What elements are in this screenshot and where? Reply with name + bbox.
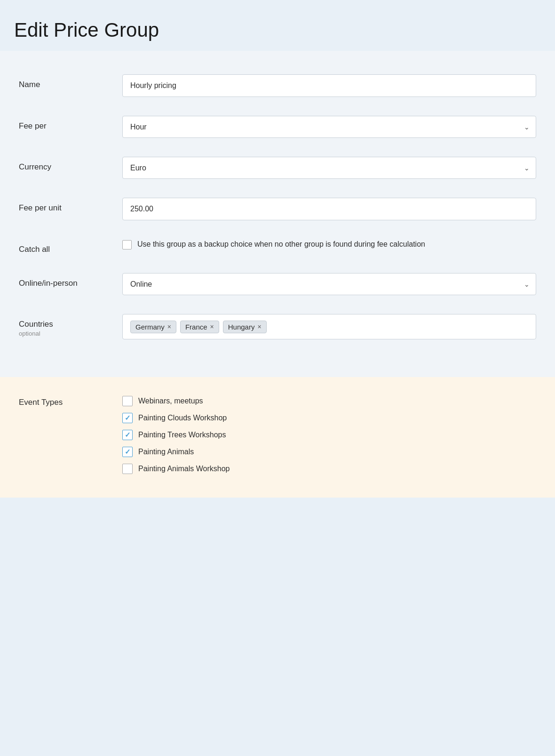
fee-per-select[interactable]: Hour Day Week Month — [122, 116, 536, 138]
event-types-label: Event Types — [19, 396, 122, 407]
event-type-label-painting-trees: Painting Trees Workshops — [138, 431, 226, 439]
online-in-person-row: Online/in-person Online In-person Both ⌄ — [19, 264, 536, 305]
event-type-item-webinars: Webinars, meetups — [122, 396, 536, 406]
name-label: Name — [19, 74, 122, 89]
country-tag-hungary: Hungary × — [223, 321, 267, 333]
event-type-label-webinars: Webinars, meetups — [138, 397, 203, 405]
event-type-label-painting-animals-workshop: Painting Animals Workshop — [138, 465, 230, 473]
event-type-checkbox-painting-animals[interactable] — [122, 447, 133, 457]
currency-select[interactable]: Euro USD GBP CHF — [122, 157, 536, 179]
catch-all-checkbox[interactable] — [122, 240, 132, 249]
country-tag-germany-remove[interactable]: × — [167, 323, 171, 330]
event-type-label-painting-clouds: Painting Clouds Workshop — [138, 414, 227, 422]
catch-all-row: Catch all Use this group as a backup cho… — [19, 230, 536, 264]
event-types-section: Event Types Webinars, meetups Painting C… — [0, 377, 555, 498]
catch-all-checkbox-wrapper[interactable]: Use this group as a backup choice when n… — [122, 239, 425, 249]
catch-all-label: Catch all — [19, 239, 122, 254]
event-type-checkbox-painting-trees[interactable] — [122, 430, 133, 440]
section-divider — [19, 349, 536, 363]
catch-all-checkbox-row: Use this group as a backup choice when n… — [122, 239, 536, 249]
event-types-list: Webinars, meetups Painting Clouds Worksh… — [122, 396, 536, 474]
country-tag-france: France × — [180, 321, 219, 333]
country-tag-hungary-remove[interactable]: × — [257, 323, 261, 330]
fee-per-label: Fee per — [19, 116, 122, 131]
event-type-label-painting-animals: Painting Animals — [138, 448, 194, 456]
currency-select-wrapper: Euro USD GBP CHF ⌄ — [122, 157, 536, 179]
country-tag-germany: Germany × — [130, 321, 176, 333]
form-container: Name Fee per Hour Day Week Month ⌄ Curre… — [0, 51, 555, 377]
fee-per-row: Fee per Hour Day Week Month ⌄ — [19, 106, 536, 147]
online-in-person-select-wrapper: Online In-person Both ⌄ — [122, 273, 536, 295]
name-row: Name — [19, 65, 536, 106]
fee-per-select-wrapper: Hour Day Week Month ⌄ — [122, 116, 536, 138]
country-tag-france-label: France — [185, 323, 207, 331]
countries-label: Countries optional — [19, 314, 122, 337]
country-tag-hungary-label: Hungary — [228, 323, 255, 331]
catch-all-control: Use this group as a backup choice when n… — [122, 239, 536, 249]
online-in-person-label: Online/in-person — [19, 273, 122, 288]
event-type-item-painting-trees: Painting Trees Workshops — [122, 430, 536, 440]
event-types-row: Event Types Webinars, meetups Painting C… — [19, 391, 536, 479]
page-title: Edit Price Group — [14, 19, 541, 41]
page-header: Edit Price Group — [0, 0, 555, 51]
event-type-checkbox-painting-clouds[interactable] — [122, 413, 133, 423]
countries-optional-label: optional — [19, 330, 122, 337]
countries-row: Countries optional Germany × France × Hu… — [19, 305, 536, 349]
currency-control: Euro USD GBP CHF ⌄ — [122, 157, 536, 179]
fee-per-control: Hour Day Week Month ⌄ — [122, 116, 536, 138]
name-control — [122, 74, 536, 97]
event-type-checkbox-painting-animals-workshop[interactable] — [122, 464, 133, 474]
country-tag-france-remove[interactable]: × — [210, 323, 214, 330]
catch-all-checkbox-label: Use this group as a backup choice when n… — [137, 239, 425, 249]
event-type-item-painting-clouds: Painting Clouds Workshop — [122, 413, 536, 423]
countries-control: Germany × France × Hungary × — [122, 314, 536, 339]
online-in-person-select[interactable]: Online In-person Both — [122, 273, 536, 295]
fee-per-unit-label: Fee per unit — [19, 198, 122, 213]
currency-row: Currency Euro USD GBP CHF ⌄ — [19, 147, 536, 188]
fee-per-unit-control — [122, 198, 536, 220]
country-tag-germany-label: Germany — [135, 323, 165, 331]
name-input[interactable] — [122, 74, 536, 97]
online-in-person-control: Online In-person Both ⌄ — [122, 273, 536, 295]
event-type-checkbox-webinars[interactable] — [122, 396, 133, 406]
event-type-item-painting-animals: Painting Animals — [122, 447, 536, 457]
event-type-item-painting-animals-workshop: Painting Animals Workshop — [122, 464, 536, 474]
currency-label: Currency — [19, 157, 122, 172]
fee-per-unit-input[interactable] — [122, 198, 536, 220]
fee-per-unit-row: Fee per unit — [19, 188, 536, 230]
countries-field[interactable]: Germany × France × Hungary × — [122, 314, 536, 339]
